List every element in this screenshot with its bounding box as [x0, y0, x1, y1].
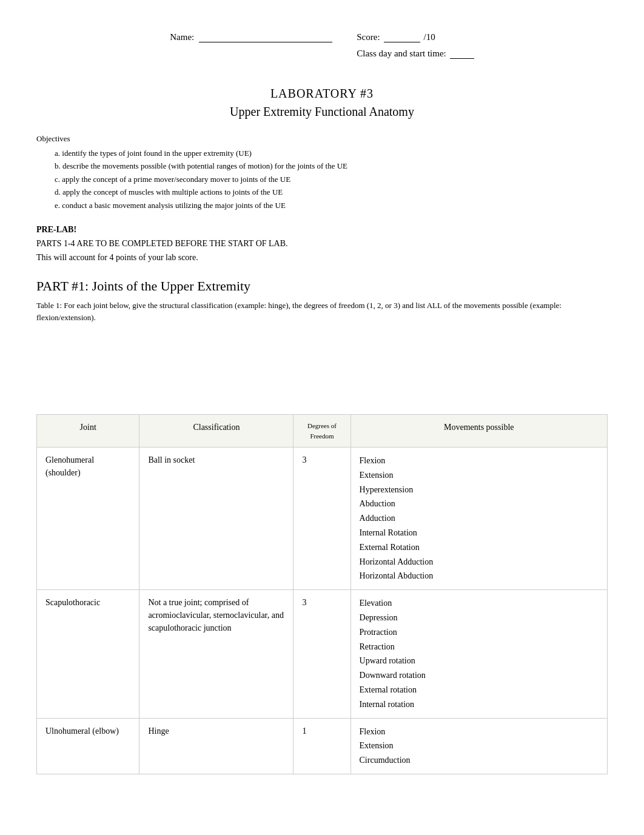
lab-title-line2: Upper Extremity Functional Anatomy: [36, 102, 608, 121]
cell-classification: Not a true joint; comprised of acromiocl…: [139, 590, 293, 718]
table-header-row: Joint Classification Degrees of Freedom …: [37, 415, 608, 448]
movement-item: Extension: [360, 739, 599, 753]
score-block: Score: /10 Class day and start time:: [357, 30, 474, 60]
movement-item: Upward rotation: [360, 654, 599, 668]
movement-item: Flexion: [360, 454, 599, 468]
cell-movements: FlexionExtensionHyperextensionAbductionA…: [351, 448, 607, 590]
movement-item: Extension: [360, 468, 599, 483]
movement-item: Downward rotation: [360, 668, 599, 683]
class-input-line[interactable]: [450, 48, 474, 59]
movement-item: Internal rotation: [360, 697, 599, 712]
cell-dof: 1: [293, 718, 351, 774]
cell-joint: Scapulothoracic: [37, 590, 139, 718]
spacer: [36, 329, 608, 402]
col-header-movements: Movements possible: [351, 415, 607, 448]
score-input-line[interactable]: [384, 32, 420, 42]
lab-title-line1: LABORATORY #3: [36, 84, 608, 102]
col-header-dof: Degrees of Freedom: [293, 415, 351, 448]
header-section: Name: Score: /10 Class day and start tim…: [36, 24, 608, 66]
movement-item: Retraction: [360, 640, 599, 654]
cell-joint: Glenohumeral (shoulder): [37, 448, 139, 590]
movement-item: Flexion: [360, 725, 599, 739]
table-row: Glenohumeral (shoulder)Ball in socket3Fl…: [37, 448, 608, 590]
score-row: Score: /10: [357, 30, 435, 44]
prelab-line2: This will account for 4 points of your l…: [36, 251, 608, 264]
name-input-line[interactable]: [199, 32, 332, 42]
cell-classification: Hinge: [139, 718, 293, 774]
movement-item: Internal Rotation: [360, 526, 599, 540]
table-row: Ulnohumeral (elbow)Hinge1FlexionExtensio…: [37, 718, 608, 774]
movement-item: Adduction: [360, 511, 599, 526]
part1-heading: PART #1: Joints of the Upper Extremity: [36, 276, 608, 296]
movement-item: Hyperextension: [360, 483, 599, 497]
objective-item: e. conduct a basic movement analysis uti…: [55, 200, 608, 212]
objectives-list: a. identify the types of joint found in …: [36, 147, 608, 212]
objective-item: c. apply the concept of a prime mover/se…: [55, 173, 608, 186]
col-header-classification: Classification: [139, 415, 293, 448]
cell-classification: Ball in socket: [139, 448, 293, 590]
cell-dof: 3: [293, 590, 351, 718]
prelab-line1: PARTS 1-4 ARE TO BE COMPLETED BEFORE THE…: [36, 237, 608, 250]
objective-item: d. apply the concept of muscles with mul…: [55, 186, 608, 198]
movement-item: Horizontal Abduction: [360, 569, 599, 583]
movement-item: Abduction: [360, 497, 599, 511]
cell-movements: FlexionExtensionCircumduction: [351, 718, 607, 774]
objective-item: a. identify the types of joint found in …: [55, 147, 608, 159]
table-row: ScapulothoracicNot a true joint; compris…: [37, 590, 608, 718]
col-header-joint: Joint: [37, 415, 139, 448]
part1-section: PART #1: Joints of the Upper Extremity T…: [36, 276, 608, 774]
movement-item: Depression: [360, 611, 599, 625]
movement-item: External rotation: [360, 683, 599, 697]
movement-item: Elevation: [360, 596, 599, 611]
part1-description: Table 1: For each joint below, give the …: [36, 300, 608, 323]
joints-table: Joint Classification Degrees of Freedom …: [36, 414, 608, 774]
movement-item: Protraction: [360, 625, 599, 640]
objective-item: b. describe the movements possible (with…: [55, 160, 608, 172]
cell-joint: Ulnohumeral (elbow): [37, 718, 139, 774]
movement-item: External Rotation: [360, 540, 599, 555]
objectives-heading: Objectives: [36, 133, 608, 145]
movement-item: Horizontal Adduction: [360, 555, 599, 569]
name-field-group: Name:: [170, 30, 332, 44]
class-label: Class day and start time:: [357, 47, 446, 61]
class-row: Class day and start time:: [357, 47, 474, 61]
prelab-heading: PRE-LAB!: [36, 223, 608, 236]
score-denom: /10: [424, 30, 435, 44]
score-label: Score:: [357, 30, 380, 44]
cell-movements: ElevationDepressionProtractionRetraction…: [351, 590, 607, 718]
objectives-section: Objectives a. identify the types of join…: [36, 133, 608, 211]
movement-item: Circumduction: [360, 753, 599, 768]
cell-dof: 3: [293, 448, 351, 590]
prelab-section: PRE-LAB! PARTS 1-4 ARE TO BE COMPLETED B…: [36, 223, 608, 264]
name-label: Name:: [170, 30, 194, 44]
title-section: LABORATORY #3 Upper Extremity Functional…: [36, 84, 608, 121]
